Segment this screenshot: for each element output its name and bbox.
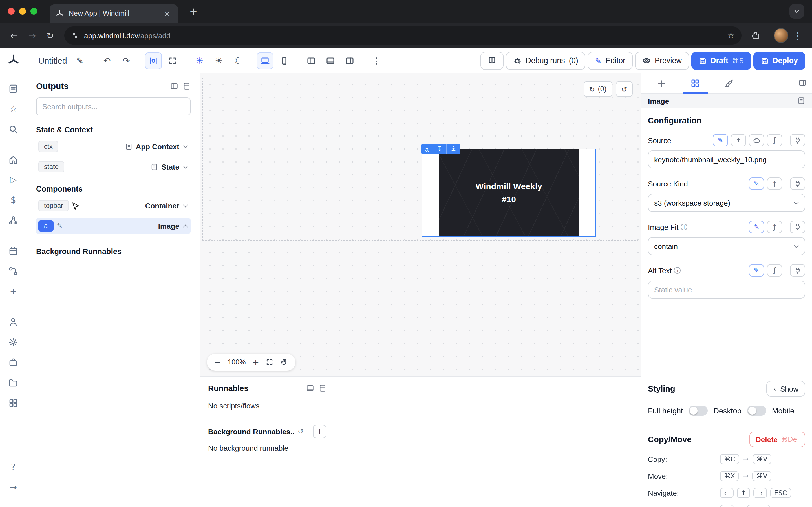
source-edit-button[interactable]: ✎ bbox=[713, 134, 728, 147]
component-id-label[interactable]: a bbox=[421, 144, 433, 154]
app-title[interactable]: Untitled bbox=[38, 56, 67, 65]
alt-text-connect-button[interactable] bbox=[790, 264, 805, 277]
editor-mode-button[interactable]: ✎ Editor bbox=[588, 52, 633, 69]
app-canvas[interactable]: ↻ (0) ↺ a ↧ ⚓ Windmill Weekly #10 − 100%… bbox=[200, 73, 641, 376]
topbar-badge[interactable]: topbar bbox=[38, 200, 69, 211]
pan-hand-icon[interactable] bbox=[281, 358, 289, 366]
info-icon[interactable]: i bbox=[674, 267, 681, 274]
show-styling-button[interactable]: ‹ Show bbox=[767, 381, 805, 397]
browser-tab[interactable]: New App | Windmill × bbox=[50, 4, 178, 22]
favorites-icon[interactable]: ☆ bbox=[5, 100, 22, 117]
minimize-window-button[interactable] bbox=[19, 8, 26, 15]
expand-panel-icon[interactable] bbox=[183, 82, 191, 90]
chevron-down-icon[interactable] bbox=[183, 203, 188, 208]
tab-insert-component[interactable]: + bbox=[645, 73, 678, 93]
bookmark-star-icon[interactable]: ☆ bbox=[727, 31, 735, 41]
zoom-window-button[interactable] bbox=[31, 8, 37, 15]
full-height-toggle[interactable] bbox=[689, 406, 708, 416]
settings-gear-icon[interactable] bbox=[5, 334, 22, 350]
new-tab-button[interactable]: + bbox=[186, 4, 201, 18]
a-badge[interactable]: a bbox=[38, 220, 53, 231]
delete-component-button[interactable]: Delete ⌘Del bbox=[749, 432, 805, 447]
alt-text-edit-button[interactable]: ✎ bbox=[749, 264, 764, 277]
theme-auto-button[interactable]: ☀ bbox=[210, 52, 227, 69]
source-s3-browse-button[interactable] bbox=[749, 134, 764, 147]
toggle-left-panel-button[interactable] bbox=[303, 52, 320, 69]
search-icon[interactable] bbox=[5, 121, 22, 137]
profile-avatar[interactable] bbox=[774, 28, 788, 43]
image-fit-select[interactable]: contain bbox=[648, 237, 805, 255]
back-button[interactable]: ← bbox=[6, 27, 22, 44]
help-icon[interactable]: ? bbox=[5, 459, 22, 475]
theme-dark-button[interactable]: ☾ bbox=[230, 52, 246, 69]
move-component-icon[interactable]: ↧ bbox=[433, 144, 446, 154]
output-row-topbar[interactable]: topbar Container bbox=[36, 198, 191, 214]
browser-menu-icon[interactable]: ⋮ bbox=[790, 27, 806, 44]
dock-panel-icon[interactable] bbox=[306, 384, 314, 392]
variables-icon[interactable]: $ bbox=[5, 191, 22, 209]
dock-panel-icon[interactable] bbox=[170, 82, 178, 90]
image-fit-edit-button[interactable]: ✎ bbox=[749, 221, 764, 233]
chevron-up-icon[interactable] bbox=[183, 224, 188, 229]
source-kind-select[interactable]: s3 (workspace storage) bbox=[648, 194, 805, 212]
fit-view-icon[interactable] bbox=[266, 358, 274, 366]
output-row-state[interactable]: state State bbox=[36, 159, 191, 175]
extensions-icon[interactable] bbox=[747, 27, 764, 44]
tab-search-button[interactable] bbox=[790, 4, 804, 18]
undo-button[interactable]: ↶ bbox=[99, 52, 116, 69]
runs-icon[interactable]: ▷ bbox=[5, 171, 22, 188]
apps-icon[interactable] bbox=[5, 80, 22, 97]
rename-pencil-icon[interactable]: ✎ bbox=[71, 52, 89, 69]
history-button[interactable]: ↺ bbox=[615, 81, 633, 97]
reload-button[interactable]: ↻ bbox=[42, 27, 59, 44]
toggle-bottom-panel-button[interactable] bbox=[322, 52, 339, 69]
tab-close-icon[interactable]: × bbox=[161, 8, 172, 18]
redo-button[interactable]: ↷ bbox=[118, 52, 135, 69]
site-settings-icon[interactable] bbox=[71, 32, 79, 40]
resources-icon[interactable] bbox=[5, 212, 22, 229]
edit-id-pencil-icon[interactable]: ✎ bbox=[57, 222, 62, 230]
ctx-badge[interactable]: ctx bbox=[38, 141, 58, 152]
search-outputs-input[interactable] bbox=[36, 98, 191, 115]
schedules-icon[interactable] bbox=[5, 242, 22, 259]
flows-icon[interactable] bbox=[5, 263, 22, 279]
create-icon[interactable]: + bbox=[5, 283, 22, 300]
tab-styling[interactable] bbox=[712, 73, 746, 93]
output-row-ctx[interactable]: ctx App Context bbox=[36, 138, 191, 154]
zoom-level[interactable]: 100% bbox=[227, 358, 246, 366]
info-icon[interactable]: i bbox=[680, 224, 688, 230]
anchor-component-icon[interactable]: ⚓ bbox=[446, 144, 460, 154]
component-outline-toggle[interactable] bbox=[145, 52, 162, 69]
collapse-sidebar-icon[interactable]: → bbox=[5, 479, 22, 496]
output-row-a-selected[interactable]: a ✎ Image bbox=[36, 218, 191, 234]
tab-component-settings[interactable] bbox=[678, 73, 712, 93]
selected-image-component[interactable]: a ↧ ⚓ Windmill Weekly #10 bbox=[422, 149, 596, 237]
deploy-button[interactable]: Deploy bbox=[753, 52, 805, 69]
zoom-in-button[interactable]: + bbox=[252, 358, 259, 367]
source-kind-edit-button[interactable]: ✎ bbox=[749, 177, 764, 190]
chevron-down-icon[interactable] bbox=[183, 164, 188, 169]
state-badge[interactable]: state bbox=[38, 161, 64, 172]
collapse-inspector-icon[interactable] bbox=[799, 79, 806, 89]
debug-runs-button[interactable]: Debug runs (0) bbox=[506, 52, 586, 69]
forward-button[interactable]: → bbox=[24, 27, 41, 44]
refresh-app-button[interactable]: ↻ (0) bbox=[583, 81, 612, 97]
desktop-view-toggle[interactable] bbox=[257, 52, 273, 69]
mobile-view-toggle[interactable] bbox=[747, 406, 766, 416]
more-options-button[interactable]: ⋮ bbox=[368, 52, 385, 69]
source-upload-button[interactable] bbox=[731, 134, 746, 147]
workers-icon[interactable] bbox=[5, 354, 22, 371]
add-background-runnable-button[interactable]: + bbox=[313, 425, 326, 438]
doc-icon[interactable] bbox=[797, 97, 805, 105]
alt-text-input[interactable] bbox=[648, 281, 805, 298]
preview-mode-button[interactable]: Preview bbox=[635, 52, 689, 69]
source-input[interactable] bbox=[648, 151, 805, 168]
groups-icon[interactable] bbox=[5, 394, 22, 411]
image-fit-connect-button[interactable] bbox=[790, 221, 805, 233]
toggle-right-panel-button[interactable] bbox=[341, 52, 358, 69]
alt-text-code-toggle-button[interactable]: ƒ bbox=[767, 264, 782, 277]
fullscreen-button[interactable] bbox=[164, 52, 181, 69]
image-fit-code-toggle-button[interactable]: ƒ bbox=[767, 221, 782, 233]
address-bar[interactable]: app.windmill.dev/apps/add ☆ bbox=[64, 26, 742, 45]
docs-button[interactable] bbox=[480, 52, 504, 69]
